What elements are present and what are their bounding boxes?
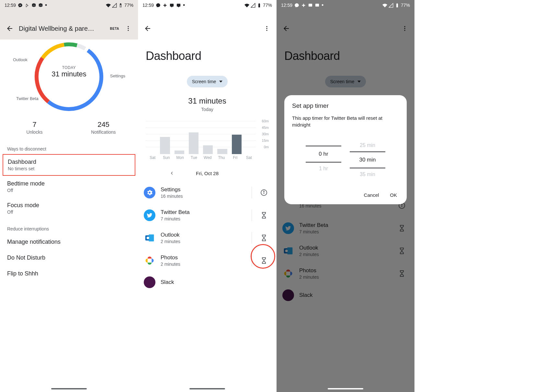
discord-icon bbox=[308, 3, 313, 8]
focus-sub: Off bbox=[7, 209, 131, 215]
slack-icon bbox=[301, 3, 306, 8]
svg-rect-17 bbox=[149, 234, 154, 241]
app-name: Photos bbox=[161, 254, 246, 261]
wifi-icon bbox=[382, 3, 387, 8]
usage-bar-chart[interactable]: 60m 45m 30m 15m 0m SatSunMonTueWedThuFri… bbox=[146, 118, 269, 160]
divider bbox=[252, 232, 252, 244]
chart-bar[interactable] bbox=[203, 145, 213, 154]
app-row-settings[interactable]: Settings16 minutes bbox=[138, 181, 277, 204]
dashboard-sub: No timers set bbox=[8, 166, 130, 171]
slack-icon bbox=[25, 3, 29, 8]
chip-label: Screen time bbox=[192, 79, 216, 84]
battery-icon bbox=[118, 3, 123, 8]
discord-icon-2 bbox=[315, 3, 320, 8]
svg-point-1 bbox=[128, 28, 129, 29]
status-bar: 12:59 • 77% bbox=[0, 0, 138, 10]
chart-bar[interactable] bbox=[175, 151, 184, 154]
discord-icon-2 bbox=[176, 3, 181, 8]
chart-bar[interactable] bbox=[217, 149, 227, 154]
app-name: Outlook bbox=[161, 232, 246, 238]
chart-bar[interactable] bbox=[232, 135, 242, 154]
prev-day-button[interactable] bbox=[167, 168, 176, 178]
total-time-value: 31 minutes bbox=[138, 96, 277, 106]
more-button[interactable] bbox=[122, 22, 135, 35]
app-row-outlook[interactable]: Outlook2 minutes bbox=[138, 227, 277, 249]
unlocks-count: 7 bbox=[0, 120, 69, 129]
minute-picker[interactable]: 25 min 30 min 35 min bbox=[350, 139, 385, 181]
min-next: 35 min bbox=[350, 168, 385, 181]
focus-title: Focus mode bbox=[7, 202, 131, 209]
dnd-item[interactable]: Do Not Disturb bbox=[0, 250, 138, 266]
hourglass-icon[interactable] bbox=[257, 254, 271, 267]
app-name: Slack bbox=[161, 279, 271, 286]
nav-handle[interactable] bbox=[189, 388, 225, 389]
slack-icon bbox=[163, 3, 167, 8]
flip-item[interactable]: Flip to Shhh bbox=[0, 266, 138, 282]
chart-xlabel: Wed bbox=[201, 155, 215, 160]
dnd-title: Do Not Disturb bbox=[7, 254, 131, 261]
notifications-label: Notifications bbox=[69, 129, 138, 135]
hour-picker[interactable]: 0 hr 1 hr bbox=[306, 139, 341, 181]
battery-pct: 77% bbox=[263, 3, 272, 8]
bedtime-sub: Off bbox=[7, 188, 131, 193]
nav-handle[interactable] bbox=[328, 388, 363, 389]
hour-selected: 0 hr bbox=[306, 146, 341, 162]
bedtime-item[interactable]: Bedtime mode Off bbox=[0, 176, 138, 197]
nav-handle[interactable] bbox=[51, 388, 87, 389]
app-header bbox=[138, 10, 277, 39]
app-row-photos[interactable]: Photos2 minutes bbox=[138, 249, 277, 272]
svg-rect-29 bbox=[303, 4, 304, 7]
dashboard-title: Dashboard bbox=[138, 39, 277, 66]
info-icon[interactable] bbox=[257, 186, 271, 199]
status-time: 12:59 bbox=[142, 3, 154, 8]
divider bbox=[252, 209, 252, 221]
app-name: Settings bbox=[161, 186, 246, 193]
cancel-button[interactable]: Cancel bbox=[364, 192, 379, 198]
stat-notifications[interactable]: 245 Notifications bbox=[69, 120, 138, 135]
chart-xlabel: Sun bbox=[160, 155, 174, 160]
min-prev: 25 min bbox=[350, 139, 385, 151]
divider bbox=[252, 187, 252, 198]
manage-notifications-title: Manage notifications bbox=[7, 239, 131, 245]
manage-notifications-item[interactable]: Manage notifications bbox=[0, 234, 138, 250]
hourglass-icon[interactable] bbox=[257, 231, 271, 245]
stat-unlocks[interactable]: 7 Unlocks bbox=[0, 120, 69, 135]
usage-donut[interactable]: TODAY 31 minutes Outlook Settings Twitte… bbox=[0, 39, 138, 114]
flip-title: Flip to Shhh bbox=[7, 270, 131, 277]
chart-bar[interactable] bbox=[189, 132, 198, 154]
wifi-icon bbox=[106, 3, 111, 8]
min-selected: 30 min bbox=[350, 151, 385, 168]
svg-point-10 bbox=[266, 26, 267, 27]
status-bar: 12:59 • 77% bbox=[138, 0, 277, 10]
chart-bar[interactable] bbox=[160, 137, 170, 154]
ok-button[interactable]: OK bbox=[390, 192, 397, 198]
section-reduce: Reduce interruptions bbox=[0, 219, 138, 234]
app-time: 7 minutes bbox=[161, 216, 246, 221]
back-button[interactable] bbox=[3, 22, 16, 35]
focus-item[interactable]: Focus mode Off bbox=[0, 197, 138, 219]
svg-point-2 bbox=[128, 30, 129, 31]
selected-date: Fri, Oct 28 bbox=[196, 171, 219, 176]
discord-icon-2 bbox=[38, 3, 43, 8]
app-row-twitter-beta[interactable]: Twitter Beta7 minutes bbox=[138, 204, 277, 227]
hourglass-icon[interactable] bbox=[257, 208, 271, 222]
battery-pct: 77% bbox=[124, 3, 133, 8]
beta-badge: BETA bbox=[110, 27, 119, 30]
stats-row: 7 Unlocks 245 Notifications bbox=[0, 114, 138, 139]
donut-label-outlook: Outlook bbox=[13, 57, 28, 62]
app-row-slack[interactable]: Slack bbox=[138, 272, 277, 293]
chart-xlabel: Thu bbox=[215, 155, 229, 160]
more-button[interactable] bbox=[260, 22, 273, 35]
app-header: Digital Wellbeing & pare… BETA bbox=[0, 10, 138, 39]
signal-icon bbox=[389, 3, 393, 8]
divider bbox=[252, 255, 252, 266]
screentime-chip[interactable]: Screen time bbox=[187, 76, 228, 87]
signal-icon bbox=[112, 3, 117, 8]
chart-xlabel: Sat bbox=[146, 155, 160, 160]
section-disconnect: Ways to disconnect bbox=[0, 139, 138, 154]
svg-point-18 bbox=[147, 237, 149, 239]
discord-icon bbox=[31, 3, 36, 8]
ytick-15m: 15m bbox=[262, 139, 269, 142]
back-button[interactable] bbox=[141, 22, 154, 35]
dashboard-item[interactable]: Dashboard No timers set bbox=[3, 154, 135, 176]
